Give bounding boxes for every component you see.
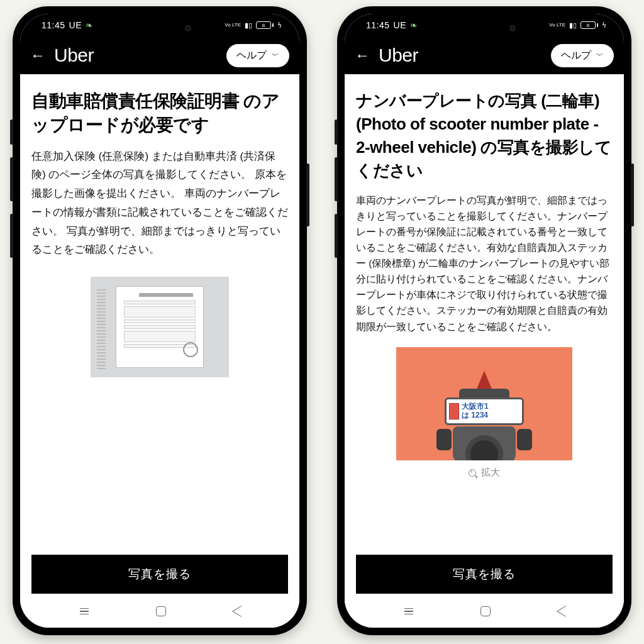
help-button[interactable]: ヘルプ ﹀: [226, 44, 289, 67]
chevron-down-icon: ﹀: [596, 50, 604, 61]
camera-cutout: [509, 25, 516, 31]
phone-right: 11:45 UE ❧ Vo LTE ▮▯ 8 ϟ ← Uber ヘルプ ﹀: [337, 6, 631, 635]
nav-home-icon[interactable]: [480, 606, 491, 616]
battery-icon: 8: [580, 21, 598, 29]
content-area: 自動車賠償責任保険証明書 のアップロードが必要です 任意加入保険 (任意保険) …: [20, 74, 299, 548]
uber-logo: Uber: [54, 45, 94, 66]
back-arrow-icon[interactable]: ←: [30, 47, 45, 64]
page-title: ナンバープレートの写真 (二輪車) (Photo of scooter numb…: [356, 89, 613, 182]
help-label: ヘルプ: [561, 49, 591, 62]
charging-icon: ϟ: [277, 21, 282, 30]
volte-icon: Vo LTE: [549, 23, 565, 28]
back-arrow-icon[interactable]: ←: [355, 47, 370, 64]
app-bar: ← Uber ヘルプ ﹀: [345, 36, 624, 74]
status-carrier: UE: [394, 20, 406, 30]
magnify-plus-icon: +: [469, 469, 476, 477]
signal-icon: ▮▯: [245, 21, 252, 30]
battery-icon: 8: [256, 21, 274, 29]
nav-back-icon[interactable]: [557, 606, 566, 617]
nav-home-icon[interactable]: [156, 606, 166, 616]
camera-cutout: [185, 25, 191, 31]
charging-icon: ϟ: [602, 21, 606, 30]
nav-back-icon[interactable]: [232, 606, 242, 617]
number-plate: 大阪市1 は 1234: [445, 397, 524, 425]
leaf-icon: ❧: [410, 20, 418, 30]
signal-icon: ▮▯: [569, 21, 577, 30]
android-navbar: [345, 599, 624, 628]
phone-left: 11:45 UE ❧ Vo LTE ▮▯ 8 ϟ ← Uber ヘルプ ﹀: [13, 6, 307, 635]
status-carrier: UE: [69, 20, 82, 30]
status-time: 11:45: [42, 20, 65, 30]
page-description: 車両のナンバープレートの写真が鮮明で、細部まではっきりと写っていることを撮影して…: [356, 192, 613, 335]
app-bar: ← Uber ヘルプ ﹀: [20, 36, 299, 74]
plate-line-2: は 1234: [462, 411, 489, 419]
page-description: 任意加入保険 (任意保険) または自動車共済 (共済保険) のページ全体の写真を…: [31, 147, 288, 260]
uber-logo: Uber: [379, 45, 418, 66]
zoom-link[interactable]: + 拡大: [356, 467, 613, 479]
status-time: 11:45: [366, 20, 390, 30]
page-title: 自動車賠償責任保険証明書 のアップロードが必要です: [31, 89, 288, 137]
volte-icon: Vo LTE: [225, 23, 241, 28]
zoom-label: 拡大: [481, 467, 500, 477]
content-area: ナンバープレートの写真 (二輪車) (Photo of scooter numb…: [345, 74, 624, 548]
status-bar: 11:45 UE ❧ Vo LTE ▮▯ 8 ϟ: [20, 14, 299, 36]
chevron-down-icon: ﹀: [272, 50, 279, 61]
help-label: ヘルプ: [236, 49, 267, 62]
document-illustration: [91, 277, 229, 377]
leaf-icon: ❧: [86, 20, 94, 30]
scooter-illustration: 大阪市1 は 1234: [396, 347, 572, 460]
android-navbar: [20, 599, 299, 628]
take-photo-button[interactable]: 写真を撮る: [31, 555, 288, 594]
take-photo-button[interactable]: 写真を撮る: [356, 555, 613, 594]
nav-recent-icon[interactable]: [79, 608, 90, 615]
nav-recent-icon[interactable]: [403, 608, 414, 615]
status-bar: 11:45 UE ❧ Vo LTE ▮▯ 8 ϟ: [345, 14, 624, 36]
help-button[interactable]: ヘルプ ﹀: [551, 44, 614, 67]
insurance-sticker-icon: [449, 403, 459, 419]
